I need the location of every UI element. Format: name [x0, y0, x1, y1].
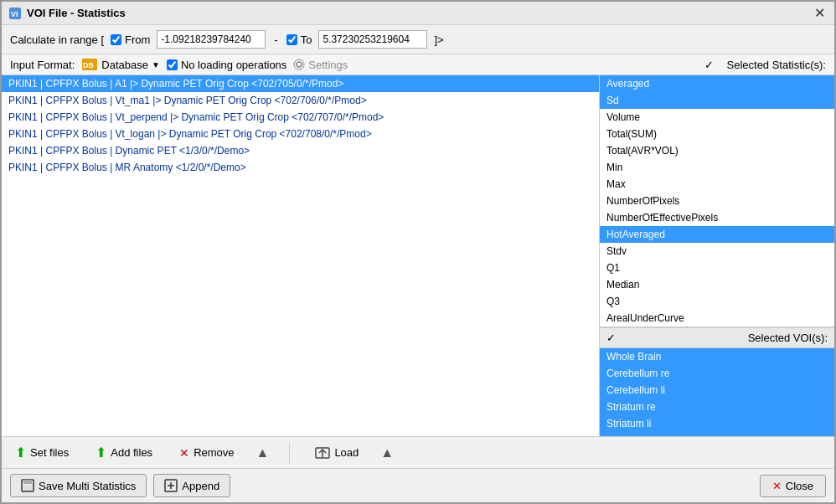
dropdown-arrow-icon: ▼ — [152, 60, 160, 69]
separator — [289, 443, 290, 463]
no-loading-label: No loading operations — [181, 59, 286, 71]
dash: - — [274, 33, 277, 46]
bracket-end: ]> — [434, 33, 443, 46]
stat-item[interactable]: Sd — [600, 92, 834, 109]
list-item[interactable]: PKIN1 | CPFPX Bolus | Dynamic PET <1/3/0… — [2, 142, 599, 159]
load-icon — [315, 446, 330, 460]
database-icon: DB — [81, 58, 98, 71]
calculate-label: Calculate in range [ — [10, 33, 104, 46]
title-bar: VI VOI File - Statistics ✕ — [2, 2, 834, 25]
stat-item[interactable]: Max — [600, 176, 834, 193]
save-multi-button[interactable]: Save Multi Statistics — [10, 474, 147, 497]
list-item[interactable]: PKIN1 | CPFPX Bolus | MR Anatomy <1/2/0/… — [2, 159, 599, 176]
statistics-panel: Averaged Sd Volume Total(SUM) Total(AVR*… — [600, 75, 834, 327]
selected-stats-label: Selected Statistic(s): — [727, 59, 827, 71]
svg-point-5 — [294, 59, 304, 69]
add-files-button[interactable]: ⬆ Add files — [90, 442, 157, 463]
stat-item[interactable]: NumberOfPixels — [600, 193, 834, 209]
set-files-label: Set files — [30, 446, 69, 459]
load-label: Load — [334, 446, 359, 459]
up-arrow-icon[interactable]: ▲ — [256, 445, 270, 460]
svg-text:DB: DB — [83, 61, 94, 69]
no-loading-group: No loading operations — [167, 59, 286, 71]
voi-item[interactable]: Striatum re — [600, 399, 834, 415]
list-item[interactable]: PKIN1 | CPFPX Bolus | A1 |> Dynamic PET … — [2, 75, 599, 92]
stat-item[interactable]: Q1 — [600, 260, 834, 276]
stat-item[interactable]: Stdv — [600, 243, 834, 260]
voi-item[interactable]: Whole Brain — [600, 348, 834, 365]
stat-item[interactable]: NumberOfEffectivePixels — [600, 209, 834, 226]
voi-item[interactable]: Cerebellum li — [600, 382, 834, 399]
stat-item[interactable]: Averaged — [600, 75, 834, 92]
database-dropdown[interactable]: DB Database ▼ — [81, 58, 160, 71]
close-footer-button[interactable]: ✕ Close — [760, 475, 826, 497]
voi-selected-label: Selected VOI(s): — [748, 332, 828, 344]
to-group: To — [286, 33, 312, 46]
remove-button[interactable]: ✕ Remove — [174, 444, 239, 462]
no-loading-checkbox[interactable] — [167, 59, 178, 70]
voi-list: Whole Brain Cerebellum re Cerebellum li … — [600, 348, 834, 436]
list-item[interactable]: PKIN1 | CPFPX Bolus | Vt_perpend |> Dyna… — [2, 109, 599, 126]
settings-label: Settings — [308, 59, 348, 71]
append-button[interactable]: Append — [153, 474, 230, 497]
right-panel: Averaged Sd Volume Total(SUM) Total(AVR*… — [600, 75, 834, 436]
stat-item[interactable]: HotAveraged — [600, 226, 834, 243]
to-checkbox[interactable] — [286, 34, 297, 45]
stat-item[interactable]: Total(SUM) — [600, 126, 834, 142]
svg-text:VI: VI — [11, 10, 18, 18]
list-item[interactable]: PKIN1 | CPFPX Bolus | Vt_ma1 |> Dynamic … — [2, 92, 599, 109]
format-bar: Input Format: DB Database ▼ No loading o… — [2, 54, 834, 75]
title-bar-left: VI VOI File - Statistics — [8, 7, 126, 20]
footer-bar: Save Multi Statistics Append ✕ Close — [2, 468, 834, 502]
database-label: Database — [101, 59, 148, 71]
close-button[interactable]: ✕ — [811, 5, 828, 22]
save-icon — [21, 479, 34, 492]
calculate-toolbar: Calculate in range [ From - To ]> — [2, 25, 834, 54]
voi-icon: VI — [8, 7, 22, 20]
settings-button[interactable]: Settings — [293, 59, 348, 71]
remove-icon: ✕ — [179, 446, 189, 460]
add-files-label: Add files — [111, 446, 152, 459]
statistics-list: Averaged Sd Volume Total(SUM) Total(AVR*… — [600, 75, 834, 327]
svg-rect-10 — [23, 486, 32, 491]
from-checkbox[interactable] — [111, 34, 121, 45]
file-list: PKIN1 | CPFPX Bolus | A1 |> Dynamic PET … — [2, 75, 600, 436]
from-input[interactable] — [157, 30, 266, 49]
main-window: VI VOI File - Statistics ✕ Calculate in … — [0, 0, 836, 504]
from-group: From — [111, 33, 150, 46]
to-input[interactable] — [318, 30, 427, 49]
window-title: VOI File - Statistics — [27, 7, 126, 19]
stat-item[interactable]: Q3 — [600, 293, 834, 310]
to-label: To — [301, 33, 312, 46]
voi-chevron-down[interactable]: ✓ — [606, 332, 616, 344]
stat-item[interactable]: ArealUnderCurve — [600, 310, 834, 327]
svg-rect-9 — [23, 480, 32, 484]
set-files-icon: ⬆ — [15, 445, 26, 460]
list-item[interactable]: PKIN1 | CPFPX Bolus | Vt_logan |> Dynami… — [2, 126, 599, 142]
remove-label: Remove — [194, 446, 234, 459]
stat-item[interactable]: Volume — [600, 109, 834, 126]
voi-item[interactable]: Cerebellum re — [600, 365, 834, 382]
voi-item[interactable]: Striatum li — [600, 415, 834, 432]
load-button[interactable]: Load — [310, 444, 364, 462]
svg-point-4 — [297, 62, 302, 67]
stat-item[interactable]: Total(AVR*VOL) — [600, 142, 834, 159]
set-files-button[interactable]: ⬆ Set files — [10, 442, 74, 463]
stat-item[interactable]: Median — [600, 276, 834, 293]
stat-chevron-down[interactable]: ✓ — [704, 59, 714, 71]
footer-left: Save Multi Statistics Append — [10, 474, 230, 497]
main-content: PKIN1 | CPFPX Bolus | A1 |> Dynamic PET … — [2, 75, 834, 436]
from-label: From — [125, 33, 150, 46]
close-footer-label: Close — [786, 480, 813, 492]
append-icon — [164, 479, 178, 492]
settings-icon — [293, 59, 305, 70]
save-multi-label: Save Multi Statistics — [39, 480, 136, 492]
bottom-bar: ⬆ Set files ⬆ Add files ✕ Remove ▲ Load … — [2, 436, 834, 468]
append-label: Append — [182, 480, 219, 492]
close-x-icon: ✕ — [772, 480, 782, 492]
add-files-icon: ⬆ — [95, 445, 106, 460]
input-format-label: Input Format: — [10, 59, 75, 71]
load-up-arrow-icon[interactable]: ▲ — [380, 445, 394, 460]
stat-item[interactable]: Min — [600, 159, 834, 176]
